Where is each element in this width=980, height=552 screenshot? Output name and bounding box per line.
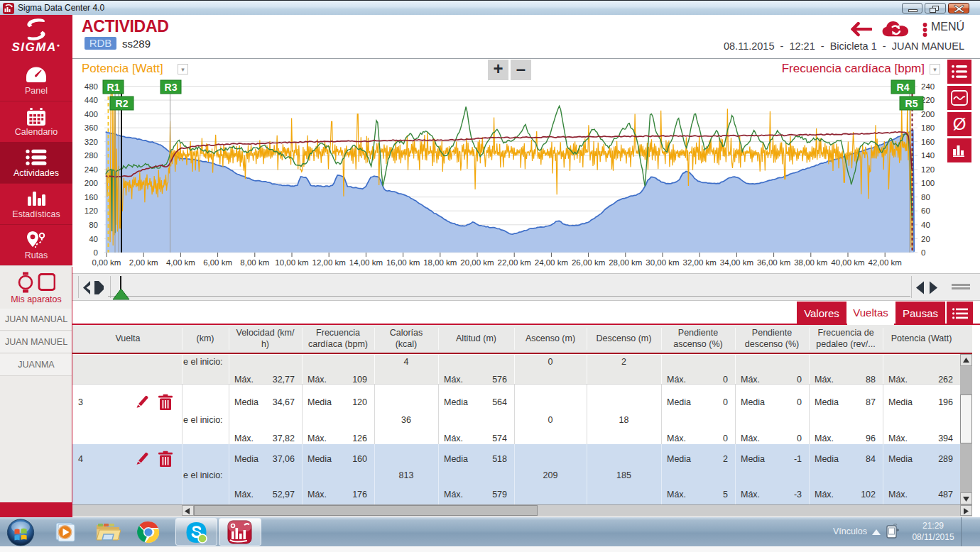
svg-text:80: 80 <box>89 221 98 229</box>
svg-text:200: 200 <box>921 110 935 118</box>
svg-text:120: 120 <box>85 206 98 215</box>
svg-text:16,00 km: 16,00 km <box>386 258 420 267</box>
svg-text:34,00 km: 34,00 km <box>720 258 753 267</box>
svg-text:240: 240 <box>85 165 98 174</box>
svg-text:R4: R4 <box>897 82 910 93</box>
svg-text:200: 200 <box>85 179 98 187</box>
svg-text:42,00 km: 42,00 km <box>869 258 902 267</box>
svg-text:36,00 km: 36,00 km <box>757 258 790 267</box>
svg-text:2,00 km: 2,00 km <box>129 258 158 267</box>
svg-text:6,00 km: 6,00 km <box>203 258 232 267</box>
svg-text:140: 140 <box>921 151 935 160</box>
svg-text:R5: R5 <box>905 98 918 109</box>
svg-text:80: 80 <box>921 193 930 202</box>
svg-text:280: 280 <box>85 151 98 160</box>
svg-text:R2: R2 <box>116 98 129 109</box>
svg-text:0,00 km: 0,00 km <box>92 258 121 267</box>
svg-text:240: 240 <box>921 82 935 91</box>
svg-text:22,00 km: 22,00 km <box>498 258 531 267</box>
svg-text:400: 400 <box>85 110 98 118</box>
svg-text:24,00 km: 24,00 km <box>535 258 568 267</box>
svg-text:18,00 km: 18,00 km <box>423 258 457 267</box>
svg-text:20,00 km: 20,00 km <box>460 258 494 267</box>
svg-text:32,00 km: 32,00 km <box>683 258 717 267</box>
svg-text:120: 120 <box>921 165 935 174</box>
svg-text:8,00 km: 8,00 km <box>240 258 269 267</box>
svg-text:180: 180 <box>921 123 935 132</box>
svg-text:20: 20 <box>921 235 930 243</box>
svg-text:30,00 km: 30,00 km <box>646 258 679 267</box>
svg-text:38,00 km: 38,00 km <box>794 258 827 267</box>
svg-text:40,00 km: 40,00 km <box>831 258 864 267</box>
svg-text:60: 60 <box>921 206 930 215</box>
svg-text:360: 360 <box>85 123 98 132</box>
svg-text:0: 0 <box>921 248 925 257</box>
svg-text:0: 0 <box>94 248 98 257</box>
svg-text:R1: R1 <box>107 82 120 93</box>
svg-text:26,00 km: 26,00 km <box>572 258 605 267</box>
svg-text:14,00 km: 14,00 km <box>349 258 383 267</box>
svg-text:100: 100 <box>921 179 935 187</box>
svg-text:480: 480 <box>85 82 98 91</box>
svg-text:40: 40 <box>89 235 98 243</box>
svg-text:10,00 km: 10,00 km <box>275 258 308 267</box>
svg-text:12,00 km: 12,00 km <box>312 258 346 267</box>
svg-text:160: 160 <box>85 193 98 202</box>
svg-text:28,00 km: 28,00 km <box>609 258 642 267</box>
svg-text:320: 320 <box>85 138 98 146</box>
svg-text:R3: R3 <box>165 82 178 93</box>
svg-text:440: 440 <box>85 96 98 104</box>
svg-text:40: 40 <box>921 221 930 229</box>
svg-text:160: 160 <box>921 138 935 146</box>
svg-text:4,00 km: 4,00 km <box>166 258 195 267</box>
